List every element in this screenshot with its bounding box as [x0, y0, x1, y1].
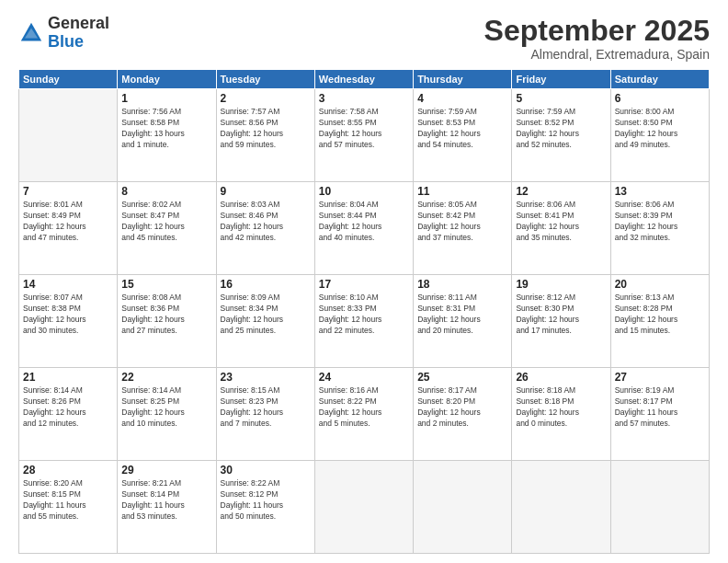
- day-number: 28: [23, 464, 113, 477]
- day-cell: [314, 461, 413, 554]
- day-cell: 25Sunrise: 8:17 AMSunset: 8:20 PMDayligh…: [414, 368, 512, 461]
- day-cell: 4Sunrise: 7:59 AMSunset: 8:53 PMDaylight…: [414, 89, 512, 182]
- day-cell: 20Sunrise: 8:13 AMSunset: 8:28 PMDayligh…: [610, 275, 709, 368]
- day-cell: 27Sunrise: 8:19 AMSunset: 8:17 PMDayligh…: [610, 368, 709, 461]
- day-number: 1: [121, 92, 211, 105]
- day-info: Sunrise: 8:00 AMSunset: 8:50 PMDaylight:…: [615, 107, 705, 151]
- weekday-header-row: SundayMondayTuesdayWednesdayThursdayFrid…: [19, 70, 710, 89]
- day-cell: 21Sunrise: 8:14 AMSunset: 8:26 PMDayligh…: [19, 368, 118, 461]
- day-number: 22: [121, 371, 211, 384]
- day-cell: 1Sunrise: 7:56 AMSunset: 8:58 PMDaylight…: [118, 89, 216, 182]
- day-cell: 19Sunrise: 8:12 AMSunset: 8:30 PMDayligh…: [512, 275, 610, 368]
- day-number: 4: [417, 92, 507, 105]
- day-number: 20: [615, 278, 705, 291]
- day-number: 3: [319, 92, 409, 105]
- page: General Blue September 2025 Almendral, E…: [0, 0, 728, 563]
- day-info: Sunrise: 8:02 AMSunset: 8:47 PMDaylight:…: [121, 200, 211, 244]
- calendar: SundayMondayTuesdayWednesdayThursdayFrid…: [18, 69, 710, 554]
- month-title: September 2025: [484, 15, 710, 47]
- day-cell: [414, 461, 512, 554]
- week-row-4: 21Sunrise: 8:14 AMSunset: 8:26 PMDayligh…: [19, 368, 710, 461]
- day-info: Sunrise: 7:58 AMSunset: 8:55 PMDaylight:…: [319, 107, 409, 151]
- day-number: 17: [319, 278, 409, 291]
- day-info: Sunrise: 8:05 AMSunset: 8:42 PMDaylight:…: [417, 200, 507, 244]
- day-info: Sunrise: 8:13 AMSunset: 8:28 PMDaylight:…: [615, 293, 705, 337]
- day-info: Sunrise: 8:22 AMSunset: 8:12 PMDaylight:…: [221, 478, 311, 523]
- day-info: Sunrise: 7:57 AMSunset: 8:56 PMDaylight:…: [221, 107, 311, 151]
- day-cell: [610, 461, 709, 554]
- day-number: 18: [417, 278, 507, 291]
- logo: General Blue: [18, 15, 109, 52]
- day-cell: 11Sunrise: 8:05 AMSunset: 8:42 PMDayligh…: [414, 182, 512, 275]
- day-info: Sunrise: 8:18 AMSunset: 8:18 PMDaylight:…: [516, 385, 606, 430]
- week-row-1: 1Sunrise: 7:56 AMSunset: 8:58 PMDaylight…: [19, 89, 710, 182]
- day-number: 21: [23, 371, 113, 384]
- weekday-header-friday: Friday: [512, 70, 610, 89]
- logo-text: General Blue: [48, 15, 109, 52]
- day-info: Sunrise: 7:59 AMSunset: 8:53 PMDaylight:…: [417, 107, 507, 151]
- day-cell: 29Sunrise: 8:21 AMSunset: 8:14 PMDayligh…: [118, 461, 216, 554]
- day-info: Sunrise: 8:08 AMSunset: 8:36 PMDaylight:…: [121, 293, 211, 337]
- day-info: Sunrise: 8:06 AMSunset: 8:39 PMDaylight:…: [615, 200, 705, 244]
- week-row-5: 28Sunrise: 8:20 AMSunset: 8:15 PMDayligh…: [19, 461, 710, 554]
- day-cell: 18Sunrise: 8:11 AMSunset: 8:31 PMDayligh…: [414, 275, 512, 368]
- logo-general: General: [48, 14, 109, 32]
- day-info: Sunrise: 8:04 AMSunset: 8:44 PMDaylight:…: [319, 200, 409, 244]
- day-number: 8: [121, 185, 211, 198]
- day-number: 9: [221, 185, 311, 198]
- day-cell: 2Sunrise: 7:57 AMSunset: 8:56 PMDaylight…: [216, 89, 314, 182]
- day-cell: 14Sunrise: 8:07 AMSunset: 8:38 PMDayligh…: [19, 275, 118, 368]
- day-info: Sunrise: 8:12 AMSunset: 8:30 PMDaylight:…: [516, 293, 606, 337]
- day-info: Sunrise: 8:01 AMSunset: 8:49 PMDaylight:…: [23, 200, 113, 244]
- day-number: 6: [615, 92, 705, 105]
- day-cell: 24Sunrise: 8:16 AMSunset: 8:22 PMDayligh…: [314, 368, 413, 461]
- day-number: 30: [221, 464, 311, 477]
- day-cell: [19, 89, 118, 182]
- day-number: 27: [615, 371, 705, 384]
- day-info: Sunrise: 8:14 AMSunset: 8:26 PMDaylight:…: [23, 385, 113, 430]
- day-cell: 15Sunrise: 8:08 AMSunset: 8:36 PMDayligh…: [118, 275, 216, 368]
- day-number: 12: [516, 185, 606, 198]
- day-cell: 17Sunrise: 8:10 AMSunset: 8:33 PMDayligh…: [314, 275, 413, 368]
- day-info: Sunrise: 8:10 AMSunset: 8:33 PMDaylight:…: [319, 293, 409, 337]
- title-block: September 2025 Almendral, Extremadura, S…: [484, 15, 710, 62]
- day-cell: 5Sunrise: 7:59 AMSunset: 8:52 PMDaylight…: [512, 89, 610, 182]
- day-cell: 23Sunrise: 8:15 AMSunset: 8:23 PMDayligh…: [216, 368, 314, 461]
- day-number: 15: [121, 278, 211, 291]
- header: General Blue September 2025 Almendral, E…: [18, 15, 710, 62]
- day-number: 23: [221, 371, 311, 384]
- day-info: Sunrise: 8:21 AMSunset: 8:14 PMDaylight:…: [121, 478, 211, 523]
- day-cell: 26Sunrise: 8:18 AMSunset: 8:18 PMDayligh…: [512, 368, 610, 461]
- day-number: 26: [516, 371, 606, 384]
- day-cell: 28Sunrise: 8:20 AMSunset: 8:15 PMDayligh…: [19, 461, 118, 554]
- day-cell: 10Sunrise: 8:04 AMSunset: 8:44 PMDayligh…: [314, 182, 413, 275]
- day-number: 29: [121, 464, 211, 477]
- day-cell: 22Sunrise: 8:14 AMSunset: 8:25 PMDayligh…: [118, 368, 216, 461]
- day-info: Sunrise: 8:15 AMSunset: 8:23 PMDaylight:…: [221, 385, 311, 430]
- day-cell: [512, 461, 610, 554]
- day-number: 10: [319, 185, 409, 198]
- day-cell: 3Sunrise: 7:58 AMSunset: 8:55 PMDaylight…: [314, 89, 413, 182]
- day-number: 7: [23, 185, 113, 198]
- weekday-header-wednesday: Wednesday: [314, 70, 413, 89]
- day-cell: 16Sunrise: 8:09 AMSunset: 8:34 PMDayligh…: [216, 275, 314, 368]
- subtitle: Almendral, Extremadura, Spain: [484, 47, 710, 62]
- weekday-header-monday: Monday: [118, 70, 216, 89]
- logo-icon: [18, 20, 44, 46]
- day-number: 11: [417, 185, 507, 198]
- day-number: 25: [417, 371, 507, 384]
- day-info: Sunrise: 8:19 AMSunset: 8:17 PMDaylight:…: [615, 385, 705, 430]
- day-number: 13: [615, 185, 705, 198]
- day-number: 14: [23, 278, 113, 291]
- day-cell: 6Sunrise: 8:00 AMSunset: 8:50 PMDaylight…: [610, 89, 709, 182]
- day-info: Sunrise: 8:11 AMSunset: 8:31 PMDaylight:…: [417, 293, 507, 337]
- weekday-header-tuesday: Tuesday: [216, 70, 314, 89]
- day-info: Sunrise: 8:09 AMSunset: 8:34 PMDaylight:…: [221, 293, 311, 337]
- day-cell: 12Sunrise: 8:06 AMSunset: 8:41 PMDayligh…: [512, 182, 610, 275]
- day-info: Sunrise: 8:16 AMSunset: 8:22 PMDaylight:…: [319, 385, 409, 430]
- day-info: Sunrise: 7:59 AMSunset: 8:52 PMDaylight:…: [516, 107, 606, 151]
- day-cell: 30Sunrise: 8:22 AMSunset: 8:12 PMDayligh…: [216, 461, 314, 554]
- weekday-header-sunday: Sunday: [19, 70, 118, 89]
- day-info: Sunrise: 8:14 AMSunset: 8:25 PMDaylight:…: [121, 385, 211, 430]
- week-row-2: 7Sunrise: 8:01 AMSunset: 8:49 PMDaylight…: [19, 182, 710, 275]
